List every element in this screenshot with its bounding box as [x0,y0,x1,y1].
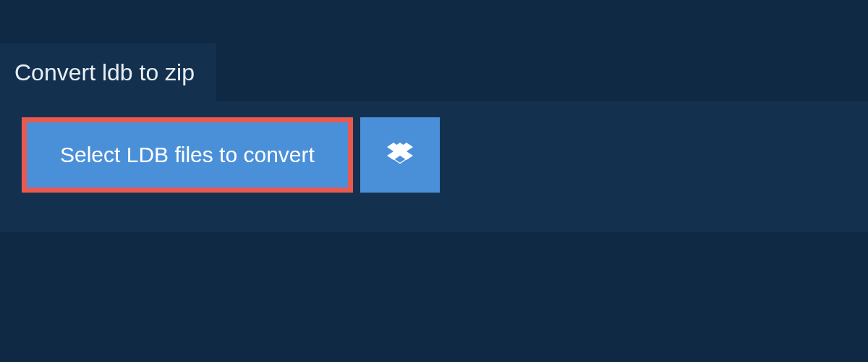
conversion-panel: Select LDB files to convert [0,101,868,232]
select-files-button[interactable]: Select LDB files to convert [22,117,353,193]
dropbox-button[interactable] [360,117,440,193]
select-files-label: Select LDB files to convert [60,143,315,167]
tab-header: Convert ldb to zip [0,43,216,102]
tab-active[interactable]: Convert ldb to zip [0,43,216,102]
dropbox-icon [387,140,413,169]
action-row: Select LDB files to convert [22,117,868,193]
tab-label: Convert ldb to zip [14,59,195,85]
